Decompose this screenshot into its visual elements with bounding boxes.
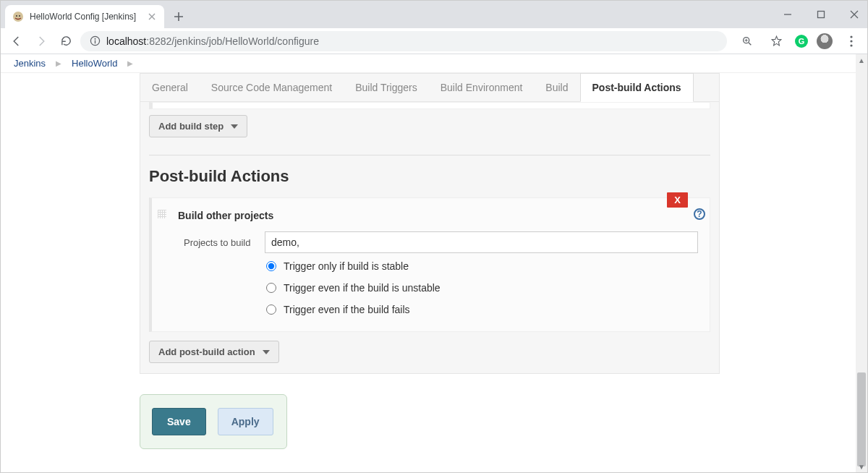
config-tabs: General Source Code Management Build Tri… bbox=[140, 73, 720, 102]
add-build-step-button[interactable]: Add build step bbox=[149, 115, 247, 137]
radio-trigger-stable[interactable]: Trigger only if build is stable bbox=[266, 260, 698, 272]
browser-tabstrip: HelloWorld Config [Jenkins] bbox=[1, 1, 867, 28]
scrollbar-thumb[interactable] bbox=[857, 372, 866, 466]
zoom-icon[interactable] bbox=[737, 31, 757, 51]
tab-scm[interactable]: Source Code Management bbox=[200, 74, 344, 101]
post-build-action-card: X ? Build other projects Projects to bui… bbox=[149, 197, 710, 332]
svg-rect-3 bbox=[818, 12, 825, 18]
window-minimize-icon[interactable] bbox=[778, 4, 798, 25]
chevron-right-icon: ▶ bbox=[56, 59, 61, 67]
window-maximize-icon[interactable] bbox=[811, 4, 831, 25]
jenkins-favicon bbox=[12, 11, 24, 22]
breadcrumb-root[interactable]: Jenkins bbox=[14, 58, 46, 69]
radio-input-fails[interactable] bbox=[266, 304, 276, 315]
tab-build[interactable]: Build bbox=[534, 74, 579, 101]
projects-to-build-input[interactable] bbox=[265, 231, 698, 253]
grammarly-extension-icon[interactable]: G bbox=[795, 35, 808, 48]
svg-point-0 bbox=[13, 12, 23, 22]
radio-trigger-unstable[interactable]: Trigger even if the build is unstable bbox=[266, 282, 698, 294]
chevron-right-icon: ▶ bbox=[127, 59, 133, 67]
browser-toolbar: localhost:8282/jenkins/job/HelloWorld/co… bbox=[1, 28, 867, 54]
profile-avatar-icon[interactable] bbox=[817, 33, 833, 49]
url-text: localhost:8282/jenkins/job/HelloWorld/co… bbox=[106, 35, 319, 47]
radio-label-stable: Trigger only if build is stable bbox=[284, 260, 409, 272]
browser-tab-title: HelloWorld Config [Jenkins] bbox=[30, 12, 141, 22]
tab-close-icon[interactable] bbox=[147, 12, 157, 22]
radio-input-stable[interactable] bbox=[266, 261, 276, 271]
radio-trigger-fails[interactable]: Trigger even if the build fails bbox=[266, 304, 698, 315]
svg-rect-6 bbox=[94, 41, 95, 44]
bookmark-star-icon[interactable] bbox=[766, 31, 786, 51]
tab-build-triggers[interactable]: Build Triggers bbox=[344, 74, 429, 101]
help-icon[interactable]: ? bbox=[694, 208, 705, 220]
svg-point-2 bbox=[19, 15, 20, 17]
section-divider bbox=[149, 155, 710, 155]
browser-menu-icon[interactable] bbox=[841, 31, 861, 51]
radio-label-unstable: Trigger even if the build is unstable bbox=[284, 282, 441, 294]
add-post-build-action-button[interactable]: Add post-build action bbox=[149, 341, 279, 363]
projects-to-build-label: Projects to build bbox=[184, 237, 258, 248]
previous-section-stub bbox=[149, 102, 710, 109]
nav-back-icon[interactable] bbox=[7, 31, 27, 51]
section-title: Post-build Actions bbox=[149, 167, 710, 186]
svg-point-10 bbox=[850, 44, 852, 46]
site-info-icon[interactable] bbox=[89, 35, 101, 47]
tab-general[interactable]: General bbox=[140, 74, 200, 101]
svg-point-8 bbox=[850, 35, 852, 38]
browser-tab-active[interactable]: HelloWorld Config [Jenkins] bbox=[5, 5, 164, 28]
caret-down-icon bbox=[231, 124, 238, 129]
radio-label-fails: Trigger even if the build fails bbox=[284, 304, 410, 315]
window-close-icon[interactable] bbox=[844, 4, 864, 25]
save-button[interactable]: Save bbox=[152, 408, 206, 435]
delete-card-button[interactable]: X bbox=[667, 192, 688, 208]
svg-point-1 bbox=[16, 15, 17, 17]
address-bar[interactable]: localhost:8282/jenkins/job/HelloWorld/co… bbox=[80, 31, 727, 51]
card-title: Build other projects bbox=[178, 210, 698, 221]
nav-reload-icon[interactable] bbox=[56, 31, 76, 51]
tab-build-environment[interactable]: Build Environment bbox=[429, 74, 535, 101]
radio-input-unstable[interactable] bbox=[266, 283, 276, 293]
scrollbar-up-icon[interactable]: ▲ bbox=[856, 54, 867, 66]
trigger-condition-radios: Trigger only if build is stable Trigger … bbox=[266, 260, 698, 315]
drag-handle-icon[interactable] bbox=[158, 210, 166, 218]
svg-point-9 bbox=[850, 40, 852, 42]
new-tab-button[interactable] bbox=[169, 7, 189, 27]
save-apply-bar: Save Apply bbox=[140, 394, 287, 449]
apply-button[interactable]: Apply bbox=[218, 408, 273, 435]
breadcrumb: Jenkins ▶ HelloWorld ▶ bbox=[1, 54, 867, 73]
add-build-step-label: Add build step bbox=[158, 121, 224, 132]
breadcrumb-project[interactable]: HelloWorld bbox=[72, 58, 117, 69]
caret-down-icon bbox=[263, 350, 270, 354]
svg-point-5 bbox=[94, 38, 95, 40]
tab-post-build-actions[interactable]: Post-build Actions bbox=[580, 73, 694, 102]
page-scrollbar[interactable]: ▲ ▼ bbox=[856, 54, 867, 472]
add-post-build-action-label: Add post-build action bbox=[158, 346, 255, 357]
nav-forward-icon[interactable] bbox=[31, 31, 51, 51]
scrollbar-down-icon[interactable]: ▼ bbox=[856, 461, 867, 472]
